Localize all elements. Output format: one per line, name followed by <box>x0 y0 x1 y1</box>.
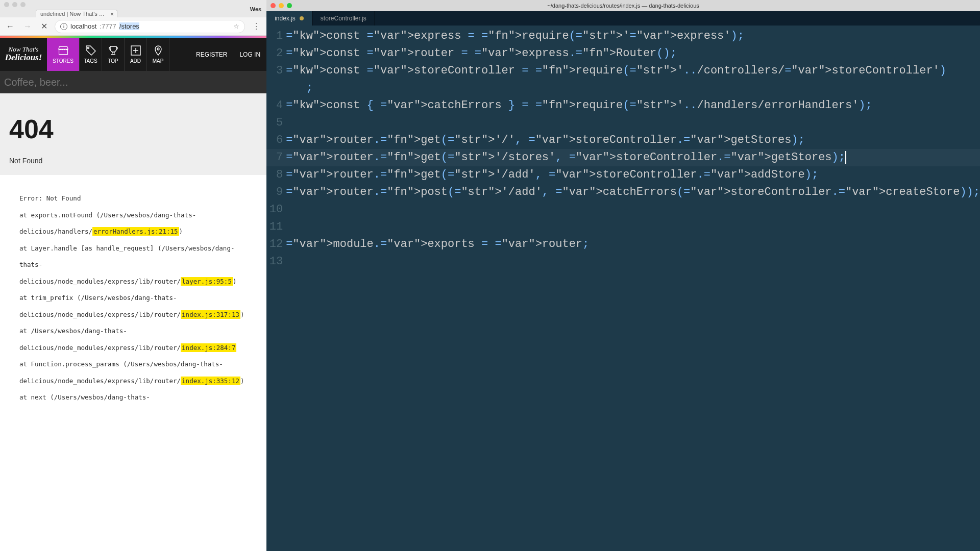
search-bar <box>0 71 266 93</box>
svg-point-0 <box>87 47 89 49</box>
url-port: :7777 <box>100 22 116 30</box>
search-input[interactable] <box>4 77 262 88</box>
page-content: 404 Not Found Error: Not Foundat exports… <box>0 93 266 551</box>
url-path: /stores <box>119 22 139 30</box>
code-line: 10 <box>266 201 980 218</box>
pin-icon <box>153 45 164 56</box>
close-icon[interactable]: × <box>110 11 114 17</box>
nav-top[interactable]: TOP <box>102 38 125 71</box>
code-line: 12="var">module.="var">exports = ="var">… <box>266 236 980 253</box>
code-area[interactable]: 1="kw">const ="var">express = ="fn">requ… <box>266 26 980 551</box>
code-line: 13 <box>266 253 980 270</box>
browser-toolbar: ← → ✕ i localhost:7777/stores ☆ ⋮ <box>0 17 266 36</box>
code-line: 4="kw">const { ="var">catchErrors } = ="… <box>266 97 980 114</box>
nav-label: TOP <box>108 58 118 64</box>
error-hero: 404 Not Found <box>0 93 266 175</box>
nav-label: MAP <box>153 58 164 64</box>
nav-label: TAGS <box>84 58 97 64</box>
code-line: ; <box>266 80 980 97</box>
stack-line: at exports.notFound (/Users/wesbos/dang-… <box>19 207 247 240</box>
trophy-icon <box>108 45 119 56</box>
zoom-dot[interactable] <box>20 2 26 7</box>
browser-tab-strip: undefined | Now That's Delicio × Wes <box>0 9 266 17</box>
reload-button[interactable]: ✕ <box>39 21 50 31</box>
code-line: 7="var">router.="fn">get(="str">'/stores… <box>266 149 980 166</box>
error-subheading: Not Found <box>9 157 257 165</box>
profile-menu-label[interactable]: Wes <box>250 6 261 12</box>
logo-line2: Delicious! <box>5 53 42 63</box>
minimize-dot[interactable] <box>12 2 17 7</box>
bookmark-star-icon[interactable]: ☆ <box>233 22 239 30</box>
editor-window: ~/dang-thats-delicious/routes/index.js —… <box>266 0 980 551</box>
editor-titlebar: ~/dang-thats-delicious/routes/index.js —… <box>266 0 980 11</box>
code-line: 1="kw">const ="var">express = ="fn">requ… <box>266 28 980 45</box>
macos-traffic-lights <box>0 0 266 9</box>
register-link[interactable]: REGISTER <box>190 38 233 71</box>
stack-line: at Layer.handle [as handle_request] (/Us… <box>19 240 247 290</box>
kebab-menu-icon[interactable]: ⋮ <box>250 21 262 31</box>
url-host: localhost <box>70 22 96 30</box>
stack-line: at trim_prefix (/Users/wesbos/dang-thats… <box>19 290 247 323</box>
site-navbar: Now That's Delicious! STORES TAGS TOP <box>0 38 266 71</box>
nav-add[interactable]: ADD <box>125 38 147 71</box>
plus-icon <box>130 45 141 56</box>
nav-stores[interactable]: STORES <box>47 38 80 71</box>
svg-point-2 <box>157 48 159 50</box>
code-line: 2="kw">const ="var">router = ="var">expr… <box>266 45 980 62</box>
editor-title: ~/dang-thats-delicious/routes/index.js —… <box>266 3 980 9</box>
tab-title: undefined | Now That's Delicio <box>40 11 116 17</box>
nav-label: ADD <box>130 58 141 64</box>
site-logo[interactable]: Now That's Delicious! <box>0 38 47 71</box>
url-input[interactable]: i localhost:7777/stores ☆ <box>55 20 245 33</box>
nav-label: STORES <box>53 58 74 64</box>
stack-line: at next (/Users/wesbos/dang-thats- <box>19 389 247 406</box>
forward-button[interactable]: → <box>21 22 34 31</box>
browser-tab[interactable]: undefined | Now That's Delicio × <box>36 10 117 17</box>
stack-line: at /Users/wesbos/dang-thats-delicious/no… <box>19 323 247 356</box>
login-link[interactable]: LOG IN <box>233 38 266 71</box>
editor-tab[interactable]: storeController.js <box>312 11 375 26</box>
browser-window: undefined | Now That's Delicio × Wes ← →… <box>0 0 266 551</box>
store-icon <box>58 45 69 56</box>
close-dot[interactable] <box>4 2 9 7</box>
logo-line1: Now That's <box>5 46 42 53</box>
stack-line: Error: Not Found <box>19 190 247 207</box>
error-heading: 404 <box>9 114 257 144</box>
code-line: 9="var">router.="fn">post(="str">'/add',… <box>266 184 980 201</box>
code-line: 8="var">router.="fn">get(="str">'/add', … <box>266 166 980 184</box>
tag-icon <box>85 45 96 56</box>
editor-tab[interactable]: index.js <box>266 11 312 26</box>
nav-tags[interactable]: TAGS <box>80 38 102 71</box>
stack-line: at Function.process_params (/Users/wesbo… <box>19 356 247 389</box>
code-line: 3="kw">const ="var">storeController = ="… <box>266 62 980 80</box>
nav-map[interactable]: MAP <box>147 38 169 71</box>
editor-tab-strip: index.jsstoreController.js <box>266 11 980 26</box>
code-line: 6="var">router.="fn">get(="str">'/', ="v… <box>266 132 980 149</box>
stack-trace: Error: Not Foundat exports.notFound (/Us… <box>0 175 266 421</box>
info-icon[interactable]: i <box>60 23 67 30</box>
code-line: 11 <box>266 218 980 236</box>
code-line: 5 <box>266 114 980 132</box>
dirty-indicator-icon <box>300 16 304 20</box>
back-button[interactable]: ← <box>4 22 16 31</box>
